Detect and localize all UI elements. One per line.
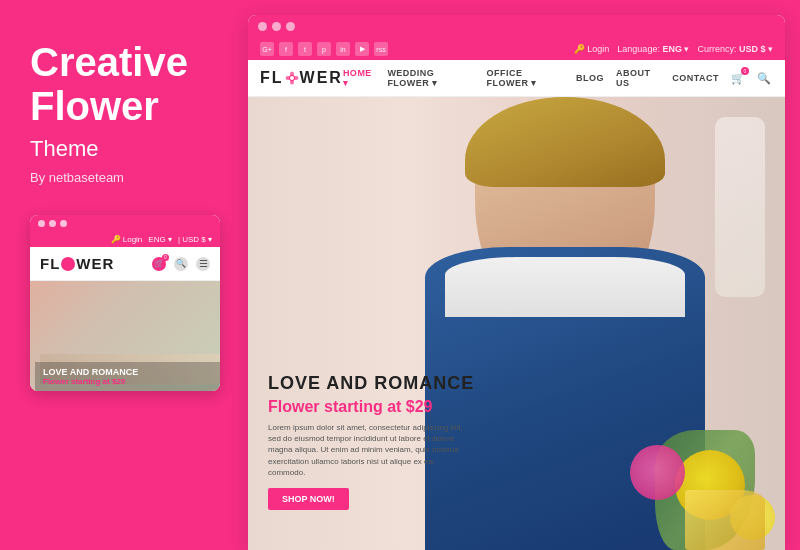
desktop-dot-2	[272, 22, 281, 31]
mobile-dot-1	[38, 220, 45, 227]
theme-author: By netbaseteam	[30, 170, 218, 185]
svg-point-2	[290, 80, 294, 85]
nav-icons: 🛒 0 🔍	[729, 69, 773, 87]
hero-title: LOVE AND ROMANCE	[268, 373, 474, 394]
flower-wrap	[685, 490, 765, 550]
social-linkedin-icon[interactable]: in	[336, 42, 350, 56]
theme-subtitle: Theme	[30, 136, 218, 162]
desktop-titlebar	[248, 15, 785, 38]
mobile-preview: 🔑 Login ENG ▾ | USD $ ▾ FLWER 🛒 0 🔍 ☰	[30, 215, 220, 391]
svg-point-5	[290, 76, 294, 80]
flowers-area	[565, 370, 785, 550]
mobile-hero: LOVE AND ROMANCE Flower starting at $29	[30, 281, 220, 391]
mobile-hero-title: LOVE AND ROMANCE	[43, 367, 212, 377]
pink-gerbera	[630, 445, 685, 500]
right-panel: G+ f t p in ▶ rss 🔑 Login Language: ENG …	[248, 15, 785, 550]
nav-cart-icon[interactable]: 🛒 0	[729, 69, 747, 87]
desktop-topbar: G+ f t p in ▶ rss 🔑 Login Language: ENG …	[248, 38, 785, 60]
hero-description: Lorem ipsum dolor sit amet, consectetur …	[268, 422, 468, 478]
mobile-menu-icon[interactable]: ☰	[196, 257, 210, 271]
nav-blog[interactable]: BLOG	[576, 73, 604, 83]
social-youtube-icon[interactable]: ▶	[355, 42, 369, 56]
hair-shape	[465, 97, 665, 187]
topbar-currency[interactable]: Currency: USD $ ▾	[697, 44, 773, 54]
social-rss-icon[interactable]: rss	[374, 42, 388, 56]
mobile-logo: FLWER	[40, 255, 114, 272]
social-twitter-icon[interactable]: t	[298, 42, 312, 56]
nav-search-icon[interactable]: 🔍	[755, 69, 773, 87]
nav-contact[interactable]: CONTACT	[672, 73, 719, 83]
mobile-hero-text: LOVE AND ROMANCE Flower starting at $29	[35, 362, 220, 391]
desktop-dot-3	[286, 22, 295, 31]
svg-point-3	[285, 76, 290, 80]
nav-office-flower[interactable]: OFFICE FLOWER ▾	[486, 68, 564, 88]
hero-subtitle: Flower starting at $29	[268, 398, 474, 416]
social-google-icon[interactable]: G+	[260, 42, 274, 56]
hero-content: LOVE AND ROMANCE Flower starting at $29 …	[268, 373, 474, 510]
nav-cart-badge: 0	[741, 67, 749, 75]
mobile-lang[interactable]: ENG ▾	[148, 235, 172, 244]
left-panel: Creative Flower Theme By netbaseteam 🔑 L…	[0, 0, 248, 550]
shop-now-button[interactable]: Shop Now!	[268, 488, 349, 510]
nav-links: HOME ▾ WEDDING FLOWER ▾ OFFICE FLOWER ▾ …	[343, 68, 719, 88]
social-icons-bar: G+ f t p in ▶ rss	[260, 42, 388, 56]
desktop-hero: LOVE AND ROMANCE Flower starting at $29 …	[248, 97, 785, 550]
mobile-cart-icon[interactable]: 🛒 0	[152, 257, 166, 271]
mobile-hero-subtitle: Flower starting at $29	[43, 377, 212, 386]
svg-point-4	[293, 76, 298, 80]
orchids-right	[715, 117, 775, 317]
mobile-icons: 🛒 0 🔍 ☰	[152, 257, 210, 271]
desktop-nav: FL WER HOME ▾ WEDDING FLOWER ▾ OFFICE FL…	[248, 60, 785, 97]
social-facebook-icon[interactable]: f	[279, 42, 293, 56]
cart-badge: 0	[162, 254, 169, 261]
nav-wedding-flower[interactable]: WEDDING FLOWER ▾	[387, 68, 474, 88]
mobile-dot-2	[49, 220, 56, 227]
nav-home[interactable]: HOME ▾	[343, 68, 376, 88]
desktop-dot-1	[258, 22, 267, 31]
mobile-currency[interactable]: | USD $ ▾	[178, 235, 212, 244]
topbar-login[interactable]: 🔑 Login	[574, 44, 610, 54]
mobile-topbar: 🔑 Login ENG ▾ | USD $ ▾	[30, 232, 220, 247]
desktop-logo: FL WER	[260, 69, 343, 87]
mobile-titlebar	[30, 215, 220, 232]
mobile-search-icon[interactable]: 🔍	[174, 257, 188, 271]
logo-flower-icon	[285, 71, 299, 85]
mobile-login[interactable]: 🔑 Login	[111, 235, 143, 244]
flower-icon	[61, 257, 75, 271]
topbar-language[interactable]: Language: ENG ▾	[617, 44, 689, 54]
theme-title: Creative Flower	[30, 40, 218, 128]
shirt-collar	[445, 257, 685, 317]
nav-about-us[interactable]: ABOUT US	[616, 68, 660, 88]
social-pinterest-icon[interactable]: p	[317, 42, 331, 56]
mobile-logo-bar: FLWER 🛒 0 🔍 ☰	[30, 247, 220, 281]
svg-point-1	[290, 72, 294, 77]
mobile-dot-3	[60, 220, 67, 227]
